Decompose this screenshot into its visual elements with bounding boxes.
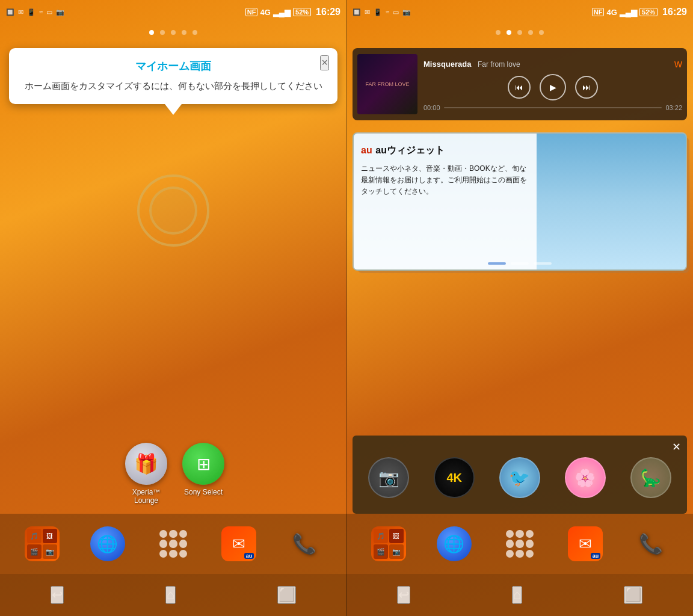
wifi-icon: ≈: [39, 8, 43, 16]
tooltip-arrow: [165, 104, 182, 115]
play-button[interactable]: ▶: [540, 74, 566, 100]
page-dots-left: [149, 30, 197, 35]
status-bar-right: 🔲 ✉ 📱 ≈ ▭ 📷 NF 4G ▂▄▆ 52% 16:29: [346, 0, 693, 24]
nfc-icon: NF: [245, 8, 258, 16]
page-dots-right: [496, 30, 544, 35]
mw-r-4: 📷: [389, 544, 404, 559]
mw-cell-2: 🖼: [43, 529, 57, 543]
browser-icon[interactable]: 🌐: [90, 526, 125, 561]
status-right-right-icons: NF 4G ▂▄▆ 52% 16:29: [592, 7, 687, 17]
app-icon-r1: 🔲: [353, 8, 361, 16]
tooltip-title: マイホーム画面: [21, 59, 325, 73]
music-artist: Missquerada: [424, 60, 471, 69]
dot-r4[interactable]: [528, 30, 533, 35]
apps-drawer-icon[interactable]: [156, 526, 191, 561]
nav-bar-right: ↩ ⌂ ⬜: [346, 574, 693, 616]
media-widget-icon[interactable]: 🎵 🖼 🎬 📷: [25, 526, 60, 561]
time-left: 16:29: [316, 7, 340, 17]
mw-r-3: 🎬: [374, 544, 388, 559]
home-ring: [137, 174, 209, 247]
sony-app-4k[interactable]: 4K: [434, 457, 475, 498]
phone-status-r: 📱: [374, 8, 382, 16]
recents-button-left[interactable]: ⬜: [277, 586, 296, 604]
tooltip-close-button[interactable]: ×: [320, 55, 329, 70]
sony-app-dino[interactable]: 🦕: [630, 457, 671, 498]
sms-icon: ✉: [18, 8, 23, 16]
phone-icon[interactable]: 📞: [287, 526, 322, 561]
sony-app-pink[interactable]: 🌸: [565, 457, 606, 498]
dot-2[interactable]: [160, 30, 165, 35]
music-progress: 00:00 03:22: [424, 104, 682, 111]
signal-4g: 4G: [260, 8, 270, 17]
email-icon-r[interactable]: ✉ au: [568, 526, 603, 561]
signal-bars: ▂▄▆: [273, 8, 291, 17]
dock-right: 🎵 🖼 🎬 📷 🌐 ✉: [346, 514, 693, 574]
camera-app-icon: 📷: [378, 468, 399, 488]
tooltip-body: ホーム画面をカスタマイズするには、何もない部分を長押ししてください: [21, 79, 325, 93]
nav-bar-left: ↩ ⌂ ⬜: [0, 574, 346, 616]
signal-bars-r: ▂▄▆: [620, 8, 637, 17]
sony-widget-close[interactable]: ✕: [672, 440, 681, 454]
sony-app-bird[interactable]: 🐦: [499, 457, 540, 498]
mw-r-1: 🎵: [374, 529, 388, 543]
left-screen: 🔲 ✉ 📱 ≈ ▭ 📷 NF 4G ▂▄▆ 52% 16:29 × マイホーム画…: [0, 0, 346, 616]
battery-icon: 52%: [293, 8, 311, 16]
apps-drawer-icon-r[interactable]: [502, 526, 537, 561]
music-artist-title: Missquerada Far from love: [424, 58, 520, 69]
email-icon-wrap: ✉ au: [221, 526, 256, 561]
dot-r1[interactable]: [496, 30, 500, 35]
dot-r2[interactable]: [507, 30, 511, 35]
pink-app-icon: 🌸: [574, 468, 596, 488]
dino-app-icon: 🦕: [640, 468, 661, 488]
phone-status-icon: 📱: [27, 8, 35, 16]
xperia-lounge-icon[interactable]: 🎁 Xperia™ Lounge: [122, 443, 170, 505]
au-widget[interactable]: au auウィジェット ニュースや小ネタ、音楽・動画・BOOKなど、旬な最新情報…: [353, 132, 687, 271]
dot-r3[interactable]: [517, 30, 522, 35]
sony-widget-header: ✕: [359, 440, 681, 454]
photo-icon-r: 📷: [402, 8, 411, 16]
phone-icon-wrap: 📞: [287, 526, 322, 561]
phone-icon-wrap-r: 📞: [633, 526, 668, 561]
status-right-left-icons: 🔲 ✉ 📱 ≈ ▭ 📷: [353, 8, 411, 16]
dot-3[interactable]: [171, 30, 176, 35]
dock-left: 🎵 🖼 🎬 📷 🌐: [0, 514, 346, 574]
browser-icon-r[interactable]: 🌐: [437, 526, 472, 561]
sony-apps-row: 📷 4K 🐦 🌸 🦕: [359, 457, 681, 498]
nfc-icon-r: NF: [592, 8, 605, 16]
walkman-icon: w: [674, 58, 682, 70]
sony-select-label: Sony Select: [184, 488, 223, 496]
sony-select-icon[interactable]: ⊞ Sony Select: [182, 443, 224, 496]
dot-r5[interactable]: [539, 30, 544, 35]
cast-icon-r: ▭: [393, 8, 399, 16]
dot-4[interactable]: [182, 30, 186, 35]
right-screen: 🔲 ✉ 📱 ≈ ▭ 📷 NF 4G ▂▄▆ 52% 16:29 FAR FR: [346, 0, 693, 616]
globe-icon-r: 🌐: [437, 526, 472, 561]
recents-button-right[interactable]: ⬜: [624, 586, 642, 604]
home-button-right[interactable]: ⌂: [512, 586, 522, 604]
ring-outer: [137, 174, 209, 247]
dot-1[interactable]: [149, 30, 154, 35]
next-button[interactable]: ⏭: [575, 76, 598, 99]
back-button-right[interactable]: ↩: [397, 586, 410, 604]
phone-icon-r[interactable]: 📞: [633, 526, 668, 561]
music-widget[interactable]: FAR FROM LOVE Missquerada Far from love …: [353, 48, 687, 120]
au-body: ニュースや小ネタ、音楽・動画・BOOKなど、旬な最新情報をお届けします。ご利用開…: [361, 163, 529, 198]
sony-app-camera[interactable]: 📷: [368, 457, 409, 498]
time-end: 03:22: [665, 104, 682, 111]
au-title: au auウィジェット: [361, 143, 529, 157]
au-scroll-dots: [488, 262, 552, 265]
back-button-left[interactable]: ↩: [51, 586, 64, 604]
prev-button[interactable]: ⏮: [508, 76, 531, 99]
dot-5[interactable]: [192, 30, 197, 35]
left-app-icons: 🎁 Xperia™ Lounge ⊞ Sony Select: [122, 443, 224, 505]
email-icon[interactable]: ✉ au: [221, 526, 256, 561]
media-widget-icon-r[interactable]: 🎵 🖼 🎬 📷: [371, 526, 406, 561]
au-text-area: au auウィジェット ニュースや小ネタ、音楽・動画・BOOKなど、旬な最新情報…: [354, 134, 537, 270]
music-controls: ⏮ ▶ ⏭: [424, 74, 682, 100]
photo-icon: 📷: [56, 8, 64, 16]
home-button-left[interactable]: ⌂: [165, 586, 176, 604]
wifi-icon-r: ≈: [386, 8, 389, 16]
status-right-icons: NF 4G ▂▄▆ 52% 16:29: [245, 7, 340, 17]
time-right: 16:29: [662, 7, 687, 17]
bird-app-icon: 🐦: [509, 468, 530, 488]
